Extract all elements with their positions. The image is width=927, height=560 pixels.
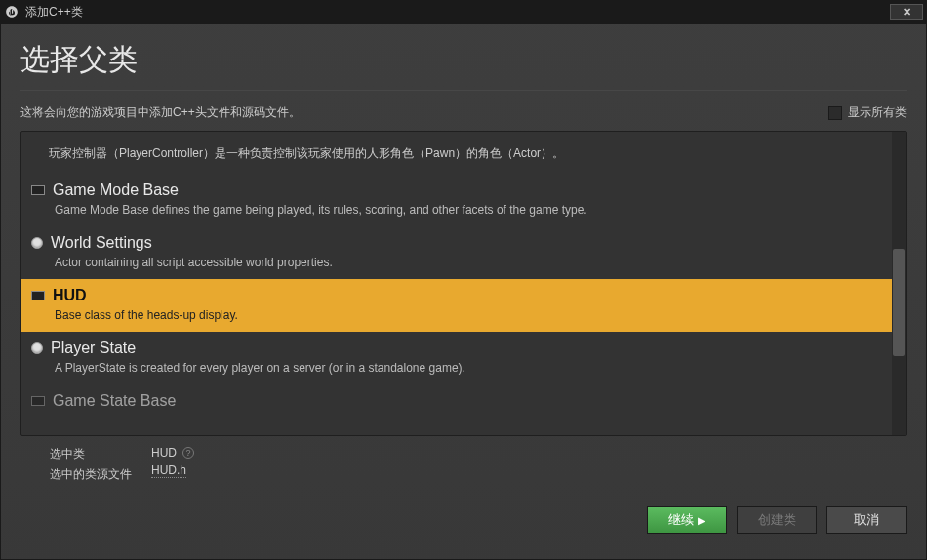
show-all-label: 显示所有类 xyxy=(848,104,907,121)
class-item-head: Player State xyxy=(31,340,882,357)
class-name: Game Mode Base xyxy=(53,181,179,199)
class-item-head: Game Mode Base xyxy=(31,181,882,199)
class-list-panel: 玩家控制器（PlayerController）是一种负责控制该玩家使用的人形角色… xyxy=(20,131,907,436)
class-item-game-state-base[interactable]: Game State Base xyxy=(21,384,892,410)
selected-class-value-row: HUD ? xyxy=(151,446,194,460)
create-class-button: 创建类 xyxy=(737,506,817,534)
selection-values: HUD ? HUD.h xyxy=(151,446,194,483)
show-all-checkbox[interactable] xyxy=(828,106,842,120)
divider xyxy=(20,90,907,91)
window-title: 添加C++类 xyxy=(25,4,890,20)
class-item-game-mode-base[interactable]: Game Mode Base Game Mode Base defines th… xyxy=(21,174,892,226)
show-all-classes: 显示所有类 xyxy=(828,104,907,121)
sphere-icon xyxy=(31,342,43,354)
selection-info: 选中类 选中的类源文件 HUD ? HUD.h xyxy=(20,436,907,483)
chevron-right-icon: ▶ xyxy=(698,515,705,526)
close-button[interactable]: ✕ xyxy=(890,4,923,20)
class-desc: Base class of the heads-up display. xyxy=(31,308,882,322)
selected-class-label: 选中类 xyxy=(50,446,132,462)
subhead-row: 这将会向您的游戏项目中添加C++头文件和源码文件。 显示所有类 xyxy=(20,104,907,121)
class-list: 玩家控制器（PlayerController）是一种负责控制该玩家使用的人形角色… xyxy=(21,132,892,435)
class-name: HUD xyxy=(53,287,87,304)
box-icon xyxy=(31,396,45,406)
selected-class-value: HUD xyxy=(151,446,177,460)
class-intro-text: 玩家控制器（PlayerController）是一种负责控制该玩家使用的人形角色… xyxy=(21,132,892,174)
unreal-logo-icon xyxy=(4,4,20,20)
selection-labels: 选中类 选中的类源文件 xyxy=(50,446,132,483)
source-file-label: 选中的类源文件 xyxy=(50,466,132,483)
dialog-content: 选择父类 这将会向您的游戏项目中添加C++头文件和源码文件。 显示所有类 玩家控… xyxy=(0,23,927,560)
source-file-value-row: HUD.h xyxy=(151,463,194,478)
source-file-link[interactable]: HUD.h xyxy=(151,463,186,478)
page-title: 选择父类 xyxy=(20,40,907,80)
class-name: Player State xyxy=(51,340,136,357)
cancel-button[interactable]: 取消 xyxy=(826,506,907,534)
class-item-hud[interactable]: HUD Base class of the heads-up display. xyxy=(21,279,892,332)
continue-button[interactable]: 继续 ▶ xyxy=(647,506,727,534)
class-list-scrollbar[interactable] xyxy=(892,132,906,435)
class-desc: Game Mode Base defines the game being pl… xyxy=(31,203,882,217)
class-name: World Settings xyxy=(51,234,152,252)
class-desc: A PlayerState is created for every playe… xyxy=(31,361,882,375)
sphere-icon xyxy=(31,237,43,249)
class-item-world-settings[interactable]: World Settings Actor containing all scri… xyxy=(21,226,892,279)
scrollbar-thumb[interactable] xyxy=(893,249,905,356)
class-item-head: World Settings xyxy=(31,234,882,252)
class-name: Game State Base xyxy=(53,392,176,410)
box-icon xyxy=(31,291,45,300)
class-item-player-state[interactable]: Player State A PlayerState is created fo… xyxy=(21,332,892,384)
class-item-head: HUD xyxy=(31,287,882,304)
subhead-text: 这将会向您的游戏项目中添加C++头文件和源码文件。 xyxy=(20,104,828,121)
add-cpp-class-dialog: 添加C++类 ✕ 选择父类 这将会向您的游戏项目中添加C++头文件和源码文件。 … xyxy=(0,0,927,560)
footer: 继续 ▶ 创建类 取消 xyxy=(20,506,907,534)
create-label: 创建类 xyxy=(758,511,796,529)
titlebar: 添加C++类 ✕ xyxy=(0,0,927,23)
class-item-head: Game State Base xyxy=(31,392,882,410)
cancel-label: 取消 xyxy=(854,511,879,529)
class-desc: Actor containing all script accessible w… xyxy=(31,256,882,269)
box-icon xyxy=(31,185,45,195)
continue-label: 继续 xyxy=(668,511,694,529)
help-icon[interactable]: ? xyxy=(182,447,194,459)
